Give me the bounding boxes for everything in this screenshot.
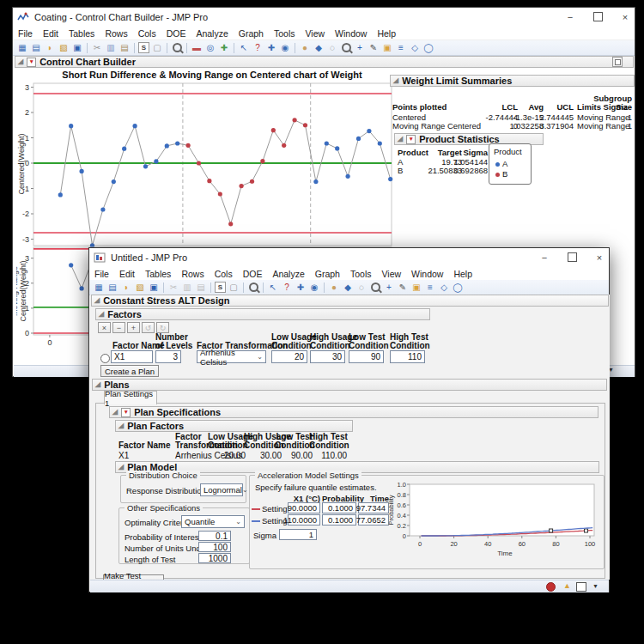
brush-tool-icon[interactable]: ◆ [313, 42, 325, 53]
plan-factors-header[interactable]: ◢ Plan Factors [115, 420, 353, 432]
lock-icon[interactable]: ▢ [151, 42, 163, 53]
magnifier-tool-icon[interactable] [369, 282, 381, 293]
probability-chart[interactable]: 00.20.40.60.81.0020406080100TimeProbabil… [387, 477, 602, 568]
line-tool-icon[interactable]: ≡ [395, 42, 407, 53]
setting2-x1-input[interactable]: 110.0000 [288, 514, 320, 526]
search-icon[interactable] [171, 42, 183, 53]
paste-icon[interactable]: ▤ [195, 282, 207, 293]
menu-window[interactable]: Window [406, 269, 448, 279]
menu-cols[interactable]: Cols [210, 269, 238, 279]
oval-tool-icon[interactable]: ◯ [452, 282, 464, 293]
arrow-tool-icon[interactable]: ↖ [238, 42, 250, 53]
addins-icon[interactable]: ◗ [120, 282, 132, 293]
menu-edit[interactable]: Edit [38, 28, 64, 39]
polygon-tool-icon[interactable]: ◇ [438, 282, 450, 293]
globe-tool-icon[interactable]: ◉ [308, 282, 320, 293]
menu-rows[interactable]: Rows [176, 269, 209, 279]
create-plan-button[interactable]: Create a Plan [100, 365, 159, 377]
menu-tables[interactable]: Tables [140, 269, 176, 279]
menu-view[interactable]: View [376, 269, 406, 279]
menu-tools[interactable]: Tools [345, 269, 377, 279]
transformation-select[interactable]: Arrhenius Celsius⌄ [197, 350, 266, 363]
pencil-tool-icon[interactable]: ✎ [397, 282, 409, 293]
legend-item[interactable]: B [495, 169, 507, 179]
menu-doe[interactable]: DOE [238, 269, 268, 279]
fg-titlebar[interactable]: Untitled - JMP Pro − × [89, 248, 609, 267]
disclosure-icon[interactable]: ◢ [112, 409, 118, 416]
menu-cols[interactable]: Cols [133, 28, 161, 39]
probability-of-interest-input[interactable]: 0.1 [198, 531, 231, 541]
globe-tool-icon[interactable]: ◉ [279, 42, 291, 53]
plan-specifications-header[interactable]: ◢ ▼ Plan Specifications [109, 406, 598, 418]
minus-button[interactable]: − [112, 322, 125, 333]
menu-analyze[interactable]: Analyze [191, 28, 233, 39]
bg-minimize-button[interactable]: − [564, 12, 576, 22]
menu-file[interactable]: File [89, 269, 114, 279]
menu-edit[interactable]: Edit [114, 269, 140, 279]
help-tool-icon[interactable]: ? [281, 282, 293, 293]
disclosure-icon[interactable]: ◢ [118, 464, 124, 471]
stop-script-icon[interactable] [546, 582, 556, 592]
cut-icon[interactable]: ✂ [167, 282, 179, 293]
fg-maximize-button[interactable] [566, 252, 578, 264]
summary-icon[interactable]: S [215, 282, 226, 293]
undo-icon[interactable]: ↺ [142, 322, 155, 333]
brush-tool-icon[interactable]: ◆ [342, 282, 354, 293]
pencil-tool-icon[interactable]: ✎ [368, 42, 380, 53]
levels-input[interactable]: 3 [155, 350, 181, 363]
bg-titlebar[interactable]: Coating - Control Chart Builder - JMP Pr… [13, 8, 635, 27]
red-triangle-menu-icon[interactable]: ▼ [121, 408, 131, 417]
status-dropdown-icon[interactable]: ▼ [592, 583, 598, 589]
menu-graph[interactable]: Graph [234, 28, 269, 39]
hand-tool-icon[interactable]: ● [328, 282, 340, 293]
cut-icon[interactable]: ✂ [91, 42, 103, 53]
high-usage-input[interactable]: 30 [310, 350, 345, 363]
copy-icon[interactable]: ▥ [181, 282, 193, 293]
menu-rows[interactable]: Rows [100, 28, 132, 39]
arrow-tool-icon[interactable]: ↖ [267, 282, 279, 293]
setting1-x1-input[interactable]: 90.0000 [288, 502, 320, 513]
disclosure-icon[interactable]: ◢ [99, 311, 104, 318]
fg-close-button[interactable]: × [593, 252, 605, 263]
annotate-tool-icon[interactable]: ▣ [410, 282, 422, 293]
paste-icon[interactable]: ▤ [118, 42, 131, 53]
menu-window[interactable]: Window [330, 28, 372, 39]
optimality-criterion-select[interactable]: Quantile⌄ [181, 515, 245, 528]
lasso-tool-icon[interactable]: ◌ [355, 282, 368, 293]
disclosure-icon[interactable]: ◢ [398, 136, 403, 143]
search-icon[interactable] [247, 282, 259, 293]
open-file-icon[interactable]: ▧ [134, 282, 146, 293]
menu-help[interactable]: Help [372, 28, 401, 39]
length-of-test-input[interactable]: 1000 [198, 553, 231, 563]
view-data-icon[interactable]: ◎ [204, 42, 216, 53]
menu-doe[interactable]: DOE [161, 28, 191, 39]
bg-close-button[interactable]: × [619, 12, 631, 22]
legend-item[interactable]: A [495, 159, 507, 168]
sigma-input[interactable]: 1 [279, 529, 317, 540]
help-tool-icon[interactable]: ? [252, 42, 264, 53]
menu-tables[interactable]: Tables [64, 28, 100, 39]
plans-header[interactable]: ◢ Plans [92, 379, 607, 391]
high-test-input[interactable]: 110 [390, 350, 425, 363]
crosshair-tool-icon[interactable]: + [354, 42, 366, 53]
menu-file[interactable]: File [13, 28, 38, 39]
new-data-table-icon[interactable]: ▦ [93, 282, 105, 293]
crosshair-tool-icon[interactable]: + [383, 282, 395, 293]
copy-icon[interactable]: ▥ [105, 42, 117, 53]
weight-limit-summaries-header[interactable]: ◢ Weight Limit Summaries [390, 75, 635, 87]
disclosure-icon[interactable]: ◢ [95, 381, 100, 388]
disclosure-icon[interactable]: ◢ [393, 77, 398, 84]
units-under-test-input[interactable]: 100 [198, 542, 231, 552]
save-icon[interactable]: ▣ [148, 282, 160, 293]
summary-icon[interactable]: S [138, 42, 149, 53]
setting1-prob-input[interactable]: 0.1000 [322, 502, 356, 513]
save-icon[interactable]: ▣ [71, 42, 83, 53]
new-data-table-icon[interactable]: ▦ [16, 42, 28, 53]
oval-tool-icon[interactable]: ◯ [422, 42, 434, 53]
new-journal-icon[interactable]: ▤ [30, 42, 42, 53]
alt-design-header[interactable]: ◢ Constant Stress ALT Design [91, 295, 609, 307]
response-distribution-select[interactable]: Lognormal⌄ [200, 483, 243, 496]
lasso-tool-icon[interactable]: ◌ [326, 42, 338, 53]
graph-builder-icon[interactable]: ✚ [218, 42, 230, 53]
line-tool-icon[interactable]: ≡ [424, 282, 436, 293]
